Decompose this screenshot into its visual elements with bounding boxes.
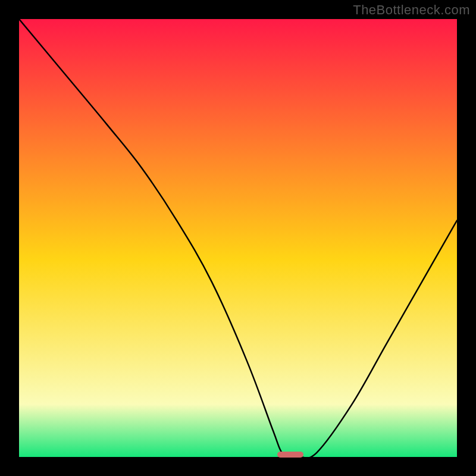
bottleneck-chart	[19, 19, 457, 457]
optimal-marker	[277, 452, 303, 458]
gradient-background	[19, 19, 457, 457]
chart-frame: TheBottleneck.com	[0, 0, 476, 476]
plot-area	[19, 19, 457, 457]
attribution-label: TheBottleneck.com	[353, 2, 470, 18]
